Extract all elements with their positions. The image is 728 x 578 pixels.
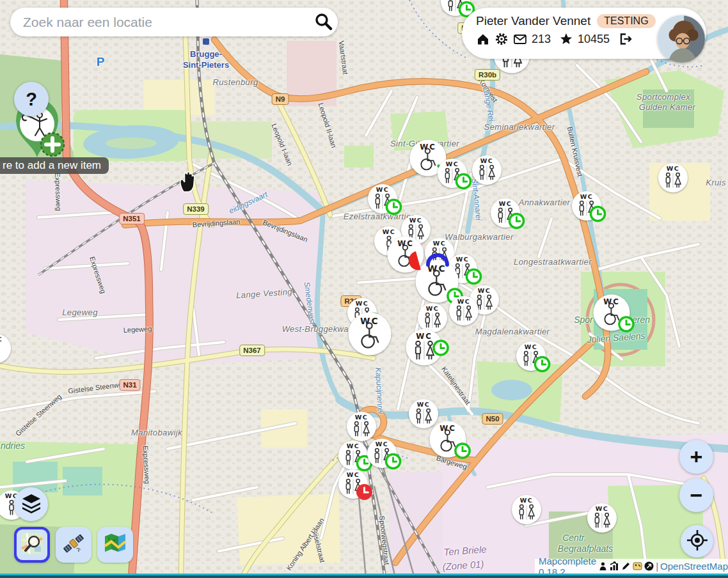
svg-text:WC: WC: [520, 497, 533, 504]
background-map-button[interactable]: [14, 527, 50, 563]
geolocate-button[interactable]: [681, 525, 713, 558]
svg-text:WC: WC: [499, 200, 512, 207]
svg-text:WC: WC: [420, 143, 436, 152]
attribution-bar: Mapcomplete 0.18.2 | OpenStreetMap: [535, 559, 728, 574]
help-label: ?: [26, 89, 37, 110]
open-clock-badge: [455, 173, 472, 190]
svg-text:WC: WC: [376, 441, 388, 448]
avatar[interactable]: [658, 15, 705, 63]
svg-text:WC: WC: [347, 442, 360, 449]
attribution-divider: |: [656, 561, 658, 572]
open-clock-badge: [534, 355, 551, 373]
wc-marker[interactable]: WC: [441, 0, 470, 16]
wc-marker[interactable]: WC: [406, 329, 443, 366]
open-clock-badge: [432, 340, 450, 357]
openstreetmap-link[interactable]: OpenStreetMap: [660, 561, 728, 572]
star-count: 10455: [578, 33, 610, 46]
open-clock-badge: [385, 198, 402, 215]
zoom-out-button[interactable]: −: [679, 478, 713, 512]
search-input[interactable]: [10, 15, 308, 30]
layers-button[interactable]: [14, 487, 48, 521]
wc-marker[interactable]: WC: [594, 295, 630, 331]
closed-clock-badge: [356, 483, 373, 501]
crosshair-icon: [686, 529, 708, 554]
zoom-in-button[interactable]: +: [679, 440, 713, 474]
svg-text:WC: WC: [383, 228, 395, 235]
wc-marker[interactable]: WC: [0, 334, 11, 363]
wc-marker[interactable]: WC: [472, 155, 502, 185]
star-icon[interactable]: [559, 32, 573, 46]
svg-text:WC: WC: [426, 305, 439, 312]
open-clock-badge: [618, 316, 635, 333]
wc-marker[interactable]: WC: [368, 184, 397, 214]
search-button[interactable]: [308, 8, 338, 36]
svg-text:WC: WC: [525, 343, 537, 350]
svg-text:WC: WC: [667, 165, 679, 172]
background-satellite-button[interactable]: [56, 527, 91, 563]
wc-marker[interactable]: WC: [516, 341, 546, 371]
svg-text:WC: WC: [439, 424, 455, 433]
svg-text:WC: WC: [603, 297, 619, 306]
settings-gear-icon[interactable]: [495, 32, 509, 46]
wc-marker[interactable]: WC: [347, 412, 376, 441]
edit-pencil-icon[interactable]: [621, 561, 631, 571]
svg-text:WC: WC: [416, 332, 432, 341]
svg-text:WC: WC: [347, 471, 360, 478]
wc-marker[interactable]: WC: [430, 421, 466, 458]
svg-text:WC: WC: [433, 240, 446, 247]
wc-marker[interactable]: WC: [512, 495, 541, 524]
svg-text:WC: WC: [356, 300, 368, 307]
bottom-accent-bar: [0, 574, 728, 578]
folded-map-icon: [104, 532, 127, 558]
svg-text:WC: WC: [409, 217, 422, 224]
wc-marker[interactable]: WC: [367, 439, 397, 468]
wc-marker[interactable]: WC: [491, 198, 520, 228]
logout-icon[interactable]: [618, 32, 632, 46]
background-osm-carto-button[interactable]: [97, 527, 133, 563]
svg-text:WC: WC: [580, 193, 593, 200]
plus-icon: [41, 133, 64, 156]
statistics-icon[interactable]: [610, 561, 619, 571]
search-icon: [313, 12, 333, 33]
wc-marker[interactable]: WC: [338, 441, 368, 470]
wc-marker[interactable]: WC: [587, 503, 617, 533]
message-count: 213: [532, 33, 551, 46]
svg-text:WC: WC: [596, 505, 608, 512]
wc-marker[interactable]: WC: [338, 469, 368, 499]
open-clock-badge: [465, 268, 482, 285]
home-icon[interactable]: [476, 32, 490, 46]
help-button[interactable]: ?: [14, 82, 49, 116]
marker-layer: WCWCWCWCWCWCWCWCWCWCWCWCWCWCWCWCWCWCWCWC…: [0, 0, 728, 578]
svg-text:WC: WC: [427, 263, 447, 274]
svg-text:WC: WC: [0, 336, 3, 343]
svg-text:WC: WC: [480, 157, 493, 164]
add-item-tooltip: re to add a new item: [0, 157, 109, 174]
wc-marker[interactable]: WC: [658, 163, 688, 192]
wc-marker[interactable]: WC: [418, 303, 447, 332]
svg-text:WC: WC: [360, 316, 379, 326]
wc-marker[interactable]: WC: [449, 296, 479, 325]
hand-cursor-icon: [178, 170, 200, 194]
satellite-icon: [62, 532, 85, 558]
search-bar: [10, 8, 338, 36]
minus-label: −: [690, 483, 703, 508]
map-stage[interactable]: Brugge-Sint-PietersPRustenburgSint-Gilli…: [0, 0, 728, 578]
svg-text:WC: WC: [446, 160, 459, 168]
plus-label: +: [690, 444, 703, 469]
svg-text:WC: WC: [376, 186, 389, 193]
wc-marker[interactable]: WC: [349, 313, 392, 355]
wc-marker[interactable]: WC: [438, 159, 467, 188]
station-dot: [203, 36, 209, 47]
wc-marker[interactable]: WC: [572, 191, 601, 221]
svg-text:WC: WC: [355, 414, 368, 421]
osm-attribution-icon[interactable]: [644, 561, 654, 571]
messages-envelope-icon[interactable]: [513, 32, 527, 46]
svg-text:WC: WC: [417, 401, 430, 408]
svg-text:WC: WC: [457, 298, 470, 305]
contributor-icon[interactable]: [598, 561, 608, 571]
open-clock-badge: [384, 453, 402, 470]
layers-icon: [20, 492, 43, 517]
open-clock-badge: [508, 212, 525, 230]
theme-toilets-icon[interactable]: [633, 561, 642, 571]
osm-map-icon: [20, 532, 44, 558]
